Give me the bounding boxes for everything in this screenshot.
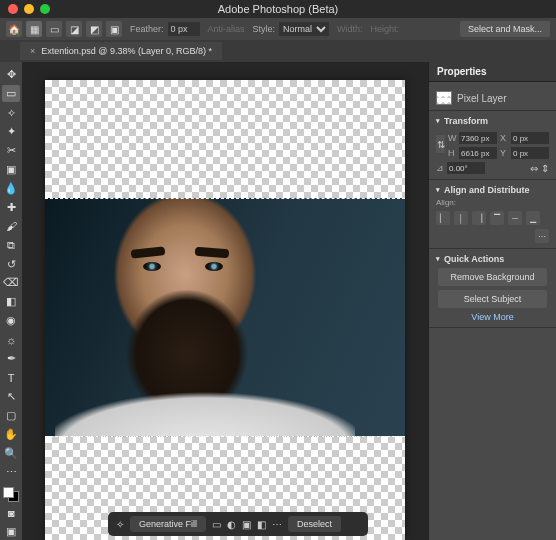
quick-actions-header[interactable]: Quick Actions bbox=[436, 254, 549, 264]
artboard[interactable] bbox=[45, 80, 405, 540]
more-icon[interactable]: ⋯ bbox=[272, 519, 282, 530]
align-right-icon[interactable]: ▕ bbox=[472, 211, 486, 225]
y-input[interactable] bbox=[511, 147, 549, 159]
select-add-icon[interactable]: ◪ bbox=[66, 21, 82, 37]
pen-tool[interactable]: ✒ bbox=[2, 350, 20, 367]
sel-mask-icon[interactable]: ▣ bbox=[242, 519, 251, 530]
view-more-link[interactable]: View More bbox=[436, 312, 549, 322]
flip-h-icon[interactable]: ⇔ bbox=[530, 163, 538, 174]
shape-tool[interactable]: ▢ bbox=[2, 407, 20, 424]
hand-tool[interactable]: ✋ bbox=[2, 426, 20, 443]
tools-panel: ✥ ▭ ⟡ ✦ ✂ ▣ 💧 ✚ 🖌 ⧉ ↺ ⌫ ◧ ◉ ☼ ✒ T ↖ ▢ ✋ … bbox=[0, 62, 22, 540]
marquee-tool[interactable]: ▭ bbox=[2, 85, 20, 102]
edit-toolbar-icon[interactable]: ⋯ bbox=[2, 464, 20, 481]
align-hcenter-icon[interactable]: │ bbox=[454, 211, 468, 225]
align-more-icon[interactable]: ⋯ bbox=[535, 229, 549, 243]
photo-layer bbox=[45, 198, 405, 436]
document-tabs: × Extention.psd @ 9.38% (Layer 0, RGB/8)… bbox=[0, 40, 556, 62]
type-tool[interactable]: T bbox=[2, 369, 20, 386]
layer-type-label: Pixel Layer bbox=[457, 93, 506, 104]
zoom-tool[interactable]: 🔍 bbox=[2, 445, 20, 462]
height-input[interactable] bbox=[459, 147, 497, 159]
quick-mask-icon[interactable]: ◙ bbox=[2, 504, 20, 521]
minimize-window-icon[interactable] bbox=[24, 4, 34, 14]
link-wh-icon[interactable]: ⇅ bbox=[436, 135, 445, 153]
select-intersect-icon[interactable]: ▣ bbox=[106, 21, 122, 37]
history-brush-tool[interactable]: ↺ bbox=[2, 256, 20, 273]
maximize-window-icon[interactable] bbox=[40, 4, 50, 14]
document-tab[interactable]: × Extention.psd @ 9.38% (Layer 0, RGB/8)… bbox=[20, 42, 222, 60]
style-select[interactable]: Normal bbox=[279, 22, 329, 36]
path-tool[interactable]: ↖ bbox=[2, 388, 20, 405]
sel-mod-icon[interactable]: ▭ bbox=[212, 519, 221, 530]
select-subject-button[interactable]: Select Subject bbox=[438, 290, 547, 308]
align-bottom-icon[interactable]: ▁ bbox=[526, 211, 540, 225]
deselect-button[interactable]: Deselect bbox=[288, 516, 341, 532]
stamp-tool[interactable]: ⧉ bbox=[2, 237, 20, 254]
align-vcenter-icon[interactable]: ─ bbox=[508, 211, 522, 225]
height-label: Height: bbox=[371, 24, 400, 34]
align-left-icon[interactable]: ▏ bbox=[436, 211, 450, 225]
gradient-tool[interactable]: ◧ bbox=[2, 293, 20, 310]
document-tab-title: Extention.psd @ 9.38% (Layer 0, RGB/8) * bbox=[41, 46, 212, 56]
sel-fill-icon[interactable]: ◧ bbox=[257, 519, 266, 530]
lasso-tool[interactable]: ⟡ bbox=[2, 104, 20, 121]
style-label: Style: bbox=[253, 24, 276, 34]
x-input[interactable] bbox=[511, 132, 549, 144]
close-window-icon[interactable] bbox=[8, 4, 18, 14]
canvas-area[interactable]: ✧ Generative Fill ▭ ◐ ▣ ◧ ⋯ Deselect bbox=[22, 62, 428, 540]
feather-input[interactable] bbox=[168, 22, 200, 36]
align-top-icon[interactable]: ▔ bbox=[490, 211, 504, 225]
eraser-tool[interactable]: ⌫ bbox=[2, 274, 20, 291]
generative-fill-button[interactable]: Generative Fill bbox=[130, 516, 206, 532]
select-new-icon[interactable]: ▭ bbox=[46, 21, 62, 37]
align-header[interactable]: Align and Distribute bbox=[436, 185, 549, 195]
window-controls: Adobe Photoshop (Beta) bbox=[0, 0, 556, 18]
frame-tool[interactable]: ▣ bbox=[2, 161, 20, 178]
heal-tool[interactable]: ✚ bbox=[2, 199, 20, 216]
transparent-area-top bbox=[45, 80, 405, 198]
eyedropper-tool[interactable]: 💧 bbox=[2, 180, 20, 197]
selection-edge-top bbox=[45, 198, 405, 199]
properties-tab[interactable]: Properties bbox=[429, 62, 556, 82]
properties-panel: Properties Pixel Layer Transform ⇅ WX HY… bbox=[428, 62, 556, 540]
color-swatch[interactable] bbox=[3, 487, 19, 502]
brush-tool[interactable]: 🖌 bbox=[2, 218, 20, 235]
width-input[interactable] bbox=[459, 132, 497, 144]
layer-thumb-icon bbox=[436, 91, 452, 105]
select-and-mask-button[interactable]: Select and Mask... bbox=[460, 21, 550, 37]
genfill-icon: ✧ bbox=[116, 519, 124, 530]
screen-mode-icon[interactable]: ▣ bbox=[2, 523, 20, 540]
sel-invert-icon[interactable]: ◐ bbox=[227, 519, 236, 530]
angle-input[interactable] bbox=[447, 162, 485, 174]
align-sublabel: Align: bbox=[436, 198, 549, 207]
blur-tool[interactable]: ◉ bbox=[2, 312, 20, 329]
transform-header[interactable]: Transform bbox=[436, 116, 549, 126]
crop-tool[interactable]: ✂ bbox=[2, 142, 20, 159]
move-tool[interactable]: ✥ bbox=[2, 66, 20, 83]
options-bar: 🏠 ▦ ▭ ◪ ◩ ▣ Feather: Anti-alias Style: N… bbox=[0, 18, 556, 40]
contextual-task-bar: ✧ Generative Fill ▭ ◐ ▣ ◧ ⋯ Deselect bbox=[108, 512, 368, 536]
home-icon[interactable]: 🏠 bbox=[6, 21, 22, 37]
tool-preset-icon[interactable]: ▦ bbox=[26, 21, 42, 37]
antialias-label: Anti-alias bbox=[208, 24, 245, 34]
wand-tool[interactable]: ✦ bbox=[2, 123, 20, 140]
close-tab-icon[interactable]: × bbox=[30, 46, 35, 56]
app-title: Adobe Photoshop (Beta) bbox=[0, 3, 556, 15]
feather-label: Feather: bbox=[130, 24, 164, 34]
selection-edge-bottom bbox=[45, 436, 405, 437]
width-label: Width: bbox=[337, 24, 363, 34]
dodge-tool[interactable]: ☼ bbox=[2, 331, 20, 348]
select-subtract-icon[interactable]: ◩ bbox=[86, 21, 102, 37]
remove-background-button[interactable]: Remove Background bbox=[438, 268, 547, 286]
flip-v-icon[interactable]: ⇕ bbox=[541, 163, 549, 174]
